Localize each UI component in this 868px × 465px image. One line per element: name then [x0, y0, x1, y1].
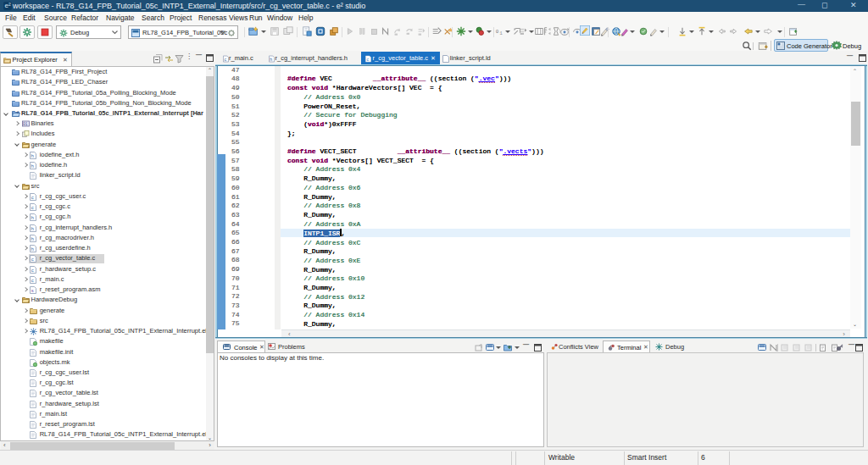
svg-text:c: c	[367, 57, 370, 62]
svg-text:h: h	[31, 153, 34, 158]
svg-text:h: h	[31, 215, 34, 220]
svg-text:c: c	[225, 57, 227, 62]
svg-text:h: h	[31, 163, 34, 169]
svg-text:h: h	[31, 226, 34, 231]
svg-text:c: c	[31, 205, 34, 210]
svg-text:c: c	[31, 268, 34, 273]
svg-text:c: c	[31, 278, 34, 283]
svg-text:c: c	[31, 257, 34, 262]
svg-text:h: h	[270, 57, 272, 62]
svg-text:0: 0	[496, 29, 499, 35]
svg-text:c: c	[31, 195, 34, 200]
svg-text:h: h	[31, 236, 34, 241]
svg-text:s: s	[31, 288, 34, 293]
svg-text:h: h	[31, 246, 34, 252]
svg-text:01: 01	[23, 122, 28, 126]
svg-text:1: 1	[499, 30, 503, 36]
